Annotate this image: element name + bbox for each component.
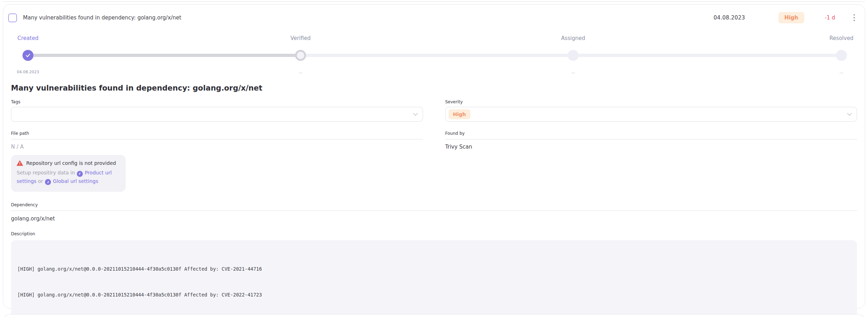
step-label-verified: Verified (291, 35, 311, 41)
form-grid: Tags Severity High (11, 99, 857, 192)
severity-field: Severity High (445, 99, 857, 122)
dependency-value: golang.org/x/net (11, 215, 857, 222)
severity-chip: High (449, 109, 471, 119)
tags-label: Tags (11, 99, 423, 104)
found-by-value: Trivy Scan (445, 144, 857, 150)
warning-triangle-icon (17, 160, 23, 166)
issue-date: 04.08.2023 (714, 15, 745, 21)
dependency-field: Dependency golang.org/x/net (11, 202, 857, 222)
step-dot-verified[interactable] (295, 50, 306, 61)
repository-url-warning: Repository url config is not provided Se… (11, 155, 126, 192)
dependency-label: Dependency (11, 202, 857, 207)
next-card-edge (3, 314, 865, 317)
step-label-assigned: Assigned (561, 35, 585, 41)
chevron-down-icon (847, 113, 852, 116)
global-url-settings-link[interactable]: Global url settings (53, 178, 98, 184)
detail-title: Many vulnerabilities found in dependency… (11, 84, 857, 92)
previous-card-edge (3, 1, 865, 2)
file-path-value: N / A (11, 144, 423, 150)
file-path-underline (11, 139, 423, 139)
status-stepper: Created Verified Assigned Resolved 04.08… (3, 35, 865, 80)
description-label: Description (11, 231, 857, 236)
header-meta: 04.08.2023 High -1 d (714, 12, 857, 23)
issue-title: Many vulnerabilities found in dependency… (23, 15, 181, 21)
warning-title: Repository url config is not provided (26, 160, 116, 166)
sla-overdue-label: -1 d (825, 15, 835, 21)
card-header-row: Many vulnerabilities found in dependency… (3, 5, 865, 24)
warning-text: Setup repositiry data in Product url set… (17, 169, 120, 186)
description-line: [HIGH] golang.org/x/net@0.0.0-2021101521… (17, 265, 851, 273)
stepper-track-filled (28, 54, 301, 57)
description-code-block: [HIGH] golang.org/x/net@0.0.0-2021101521… (11, 240, 857, 317)
select-checkbox[interactable] (8, 13, 17, 22)
description-line: [HIGH] golang.org/x/net@0.0.0-2021101521… (17, 290, 851, 299)
tags-select[interactable] (11, 107, 423, 122)
severity-label: Severity (445, 99, 857, 104)
step-dot-resolved[interactable] (836, 50, 847, 61)
dependency-underline (11, 211, 857, 211)
detail-body: Many vulnerabilities found in dependency… (3, 84, 865, 317)
severity-badge: High (778, 12, 804, 23)
tags-field: Tags (11, 99, 423, 122)
link-icon (77, 171, 83, 177)
kebab-menu-icon[interactable] (851, 13, 857, 23)
step-date-verified: ... (299, 70, 303, 74)
step-label-resolved: Resolved (829, 35, 853, 41)
file-path-field: File path N / A Repository url config is… (11, 122, 423, 192)
severity-select[interactable]: High (445, 107, 857, 122)
step-dot-created[interactable] (23, 50, 34, 61)
file-path-label: File path (11, 131, 423, 136)
found-by-underline (445, 139, 857, 139)
found-by-field: Found by Trivy Scan (445, 122, 857, 192)
step-date-assigned: ... (571, 70, 575, 74)
check-icon (25, 53, 31, 58)
chevron-down-icon (413, 113, 418, 116)
warning-text-or: or (38, 178, 43, 184)
warning-text-before: Setup repositiry data in (17, 170, 75, 175)
step-date-resolved: ... (840, 70, 844, 74)
vulnerability-card: Many vulnerabilities found in dependency… (3, 4, 865, 309)
step-dot-assigned[interactable] (568, 50, 579, 61)
link-icon (45, 179, 51, 185)
step-label-created: Created (17, 35, 38, 41)
step-date-created: 04.08.2023 (17, 70, 39, 74)
found-by-label: Found by (445, 131, 857, 136)
